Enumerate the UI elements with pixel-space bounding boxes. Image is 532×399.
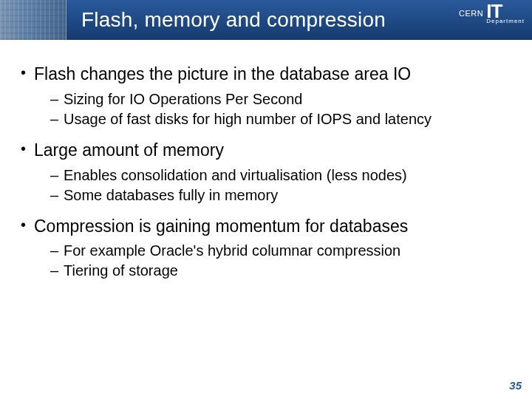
header-decorative-image xyxy=(0,0,66,40)
logo-dept-text: Department xyxy=(486,19,525,24)
bullet-level2: Sizing for IO Operations Per Second xyxy=(21,89,519,109)
bullet-level2: For example Oracle's hybrid columnar com… xyxy=(21,241,519,261)
bullet-level1: Flash changes the picture in the databas… xyxy=(21,64,519,85)
slide-title: Flash, memory and compression xyxy=(81,8,386,32)
bullet-level2: Usage of fast disks for high number of I… xyxy=(21,109,519,129)
bullet-level1: Compression is gaining momentum for data… xyxy=(21,216,519,237)
logo-unit-text: IT xyxy=(486,3,502,19)
slide-content: Flash changes the picture in the databas… xyxy=(0,40,532,281)
bullet-level1: Large amount of memory xyxy=(21,140,519,161)
slide-header: Flash, memory and compression CERN IT De… xyxy=(0,0,532,40)
bullet-group: Large amount of memory Enables consolida… xyxy=(21,140,519,205)
logo-org-text: CERN xyxy=(459,9,483,18)
bullet-group: Flash changes the picture in the databas… xyxy=(21,64,519,129)
bullet-group: Compression is gaining momentum for data… xyxy=(21,216,519,282)
cern-it-logo: CERN IT Department xyxy=(459,3,525,24)
bullet-level2: Tiering of storage xyxy=(21,261,519,281)
bullet-level2: Enables consolidation and virtualisation… xyxy=(21,166,519,185)
bullet-level2: Some databases fully in memory xyxy=(21,185,519,205)
page-number: 35 xyxy=(509,379,522,392)
